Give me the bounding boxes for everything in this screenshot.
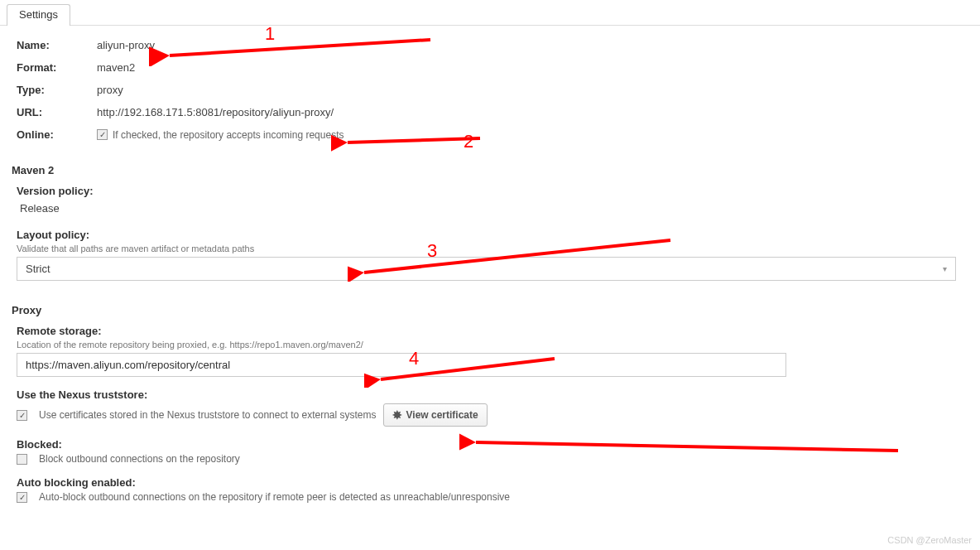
online-checkbox[interactable] [97, 129, 108, 140]
field-version-policy: Version policy: Release [17, 185, 963, 217]
label-blocked: Blocked: [17, 438, 963, 451]
section-maven2: Maven 2 [12, 164, 963, 176]
row-format: Format: maven2 [17, 56, 963, 79]
label-online: Online: [17, 128, 97, 141]
label-layout-policy: Layout policy: [17, 229, 963, 241]
annotation-number-1: 1 [265, 23, 275, 45]
label-url: URL: [17, 106, 97, 118]
value-name: aliyun-proxy [97, 39, 155, 51]
value-version-policy: Release [17, 200, 963, 217]
view-certificate-button[interactable]: ✸ View certificate [383, 403, 488, 427]
tab-settings[interactable]: Settings [7, 4, 70, 26]
chevron-down-icon: ▾ [943, 264, 947, 273]
field-blocked: Blocked: Block outbound connections on t… [17, 438, 963, 465]
hint-blocked: Block outbound connections on the reposi… [39, 453, 240, 465]
annotation-number-4: 4 [409, 348, 419, 369]
label-version-policy: Version policy: [17, 185, 963, 197]
certificate-icon: ✸ [392, 408, 402, 422]
label-format: Format: [17, 61, 97, 74]
tab-bar: Settings [0, 0, 980, 26]
online-checkbox-row: If checked, the repository accepts incom… [97, 128, 343, 141]
hint-remote-storage: Location of the remote repository being … [17, 340, 963, 350]
section-proxy: Proxy [12, 304, 963, 316]
hint-autoblock: Auto-block outbound connections on the r… [39, 491, 510, 503]
annotation-number-3: 3 [427, 240, 437, 262]
field-layout-policy: Layout policy: Validate that all paths a… [17, 229, 963, 281]
label-remote-storage: Remote storage: [17, 325, 963, 337]
view-certificate-label: View certificate [406, 409, 478, 421]
row-name: Name: aliyun-proxy [17, 34, 963, 56]
field-truststore: Use the Nexus truststore: Use certificat… [17, 388, 963, 427]
watermark: CSDN @ZeroMaster [887, 535, 972, 545]
label-type: Type: [17, 84, 97, 96]
hint-truststore: Use certificates stored in the Nexus tru… [39, 409, 377, 421]
blocked-checkbox[interactable] [17, 454, 27, 465]
settings-content: Name: aliyun-proxy Format: maven2 Type: … [0, 26, 980, 503]
label-autoblock: Auto blocking enabled: [17, 476, 963, 489]
value-type: proxy [97, 84, 123, 96]
label-name: Name: [17, 39, 97, 51]
row-online: Online: If checked, the repository accep… [17, 123, 963, 146]
row-url: URL: http://192.168.171.5:8081/repositor… [17, 101, 963, 123]
value-format: maven2 [97, 61, 135, 74]
truststore-checkbox[interactable] [17, 410, 27, 421]
label-truststore: Use the Nexus truststore: [17, 388, 963, 401]
value-url: http://192.168.171.5:8081/repository/ali… [97, 106, 334, 118]
field-autoblock: Auto blocking enabled: Auto-block outbou… [17, 476, 963, 503]
select-layout-policy[interactable]: Strict ▾ [17, 257, 956, 281]
field-remote-storage: Remote storage: Location of the remote r… [17, 325, 963, 377]
hint-layout-policy: Validate that all paths are maven artifa… [17, 244, 963, 253]
select-layout-policy-value: Strict [26, 263, 50, 275]
autoblock-checkbox[interactable] [17, 492, 27, 503]
annotation-number-2: 2 [464, 131, 473, 152]
online-hint: If checked, the repository accepts incom… [113, 129, 343, 141]
input-remote-storage[interactable] [17, 353, 786, 377]
row-type: Type: proxy [17, 79, 963, 101]
